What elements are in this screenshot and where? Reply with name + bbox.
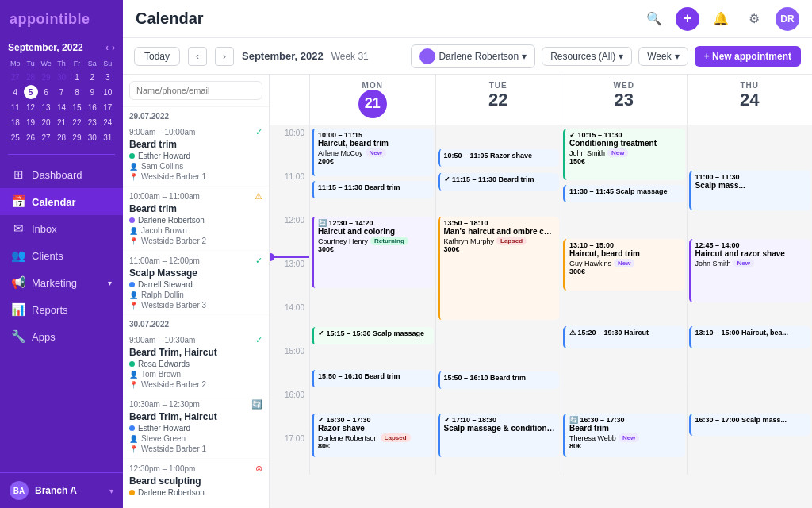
next-week-button[interactable]: › (215, 47, 234, 66)
calendar-appointment[interactable]: 13:10 – 15:00 Haircut, bea... (689, 326, 811, 348)
notifications-button[interactable]: 🔔 (709, 7, 733, 31)
cal-day[interactable]: 23 (85, 115, 99, 129)
cal-day[interactable]: 12 (24, 100, 38, 114)
cal-day[interactable]: 16 (85, 100, 99, 114)
appt-service: Beard Trim, Haircut (129, 411, 262, 422)
cal-day[interactable]: 25 (8, 130, 22, 144)
sidebar-item-inbox[interactable]: ✉ Inbox (0, 215, 123, 242)
sidebar-item-label: Marketing (32, 277, 77, 289)
list-item[interactable]: 11:00am – 12:00pm ✓ Scalp Massage Darrel… (123, 251, 269, 315)
list-item[interactable]: 10:30am – 12:30pm 🔄 Beard Trim, Haircut … (123, 394, 269, 459)
cal-day[interactable]: 26 (24, 130, 38, 144)
new-appointment-button[interactable]: + New appointment (695, 46, 801, 67)
cal-day[interactable]: 20 (39, 115, 53, 129)
appt-time: 10:00am – 11:00am ⚠ (129, 191, 262, 202)
settings-button[interactable]: ⚙ (742, 7, 766, 31)
cal-day[interactable]: 4 (8, 85, 22, 99)
sidebar-item-marketing[interactable]: 📢 Marketing ▾ (0, 269, 123, 296)
calendar-appointment[interactable]: ⚠ 15:20 – 19:30 Haircut (563, 326, 685, 348)
calendar-appointment[interactable]: 11:15 – 11:30 Beard trim (312, 181, 434, 198)
time-slot: 11:00 (270, 169, 309, 213)
sidebar-item-dashboard[interactable]: ⊞ Dashboard (0, 161, 123, 188)
chevron-down-icon: ▾ (619, 51, 623, 62)
day-header-tue: TUE 22 (435, 75, 561, 125)
list-item[interactable]: 9:00am – 10:00am ✓ Beard trim Esther How… (123, 122, 269, 187)
user-avatar[interactable]: DR (776, 7, 799, 31)
cal-day[interactable]: 29 (70, 130, 84, 144)
calendar-appointment[interactable]: 10:00 – 11:15 Haircut, beard trim Arlene… (312, 129, 434, 176)
cal-day[interactable]: 2 (85, 70, 99, 84)
add-button[interactable]: + (676, 7, 699, 31)
cal-day[interactable]: 17 (101, 100, 115, 114)
view-selector[interactable]: Week ▾ (638, 47, 688, 66)
cal-day[interactable]: 30 (54, 70, 68, 84)
calendar-appointment[interactable]: 🔄 16:30 – 17:30 Beard trim Theresa Webb … (563, 414, 685, 457)
cal-day[interactable]: 22 (70, 115, 84, 129)
list-item[interactable]: 12:30pm – 1:00pm ⊗ Beard sculpting Darle… (123, 459, 269, 502)
cal-day[interactable]: 8 (70, 85, 84, 99)
calendar-appointment[interactable]: ✓ 16:30 – 17:30 Razor shave Darlene Robe… (312, 414, 434, 457)
sidebar-item-label: Reports (32, 304, 68, 316)
cal-day[interactable]: 19 (24, 115, 38, 129)
appt-barber: 👤 Steve Green (129, 434, 262, 443)
cal-day[interactable]: 28 (54, 130, 68, 144)
cal-day[interactable]: 27 (8, 70, 22, 84)
calendar-appointment[interactable]: 13:50 – 18:10 Man's haircut and ombre co… (438, 217, 560, 320)
cal-day[interactable]: 21 (54, 115, 68, 129)
mini-cal-next[interactable]: › (112, 42, 115, 53)
cal-day[interactable]: 1 (70, 70, 84, 84)
chevron-down-icon: ▾ (108, 279, 112, 287)
search-button[interactable]: 🔍 (642, 7, 666, 31)
sidebar-item-reports[interactable]: 📊 Reports (0, 296, 123, 323)
calendar-appointment[interactable]: 15:50 – 16:10 Beard trim (438, 371, 560, 389)
prev-week-button[interactable]: ‹ (188, 47, 207, 66)
cal-day[interactable]: 13 (39, 100, 53, 114)
cal-day[interactable]: 3 (101, 70, 115, 84)
resource-filter[interactable]: Resources (All) ▾ (542, 47, 632, 66)
calendar-appointment[interactable]: ✓ 17:10 – 18:30 Scalp massage & conditio… (438, 414, 560, 457)
calendar-appointment[interactable]: 🔄 12:30 – 14:20 Haircut and coloring Cou… (312, 217, 434, 288)
sidebar-item-clients[interactable]: 👥 Clients (0, 242, 123, 269)
calendar-appointment[interactable]: 10:50 – 11:05 Razor shave (438, 149, 560, 167)
status-dot (129, 490, 135, 495)
cal-day[interactable]: 9 (85, 85, 99, 99)
calendar-appointment[interactable]: 11:00 – 11:30 Scalp mass... (689, 171, 811, 210)
cal-grid-scroll: MON 21 TUE 22 WED 23 THU 24 (270, 75, 812, 475)
calendar-appointment[interactable]: ✓ 15:15 – 15:30 Scalp massage (312, 327, 434, 344)
cal-day[interactable]: 15 (70, 100, 84, 114)
calendar-appointment[interactable]: ✓ 11:15 – 11:30 Beard trim (438, 173, 560, 190)
branch-selector[interactable]: BA Branch A ▾ (0, 472, 123, 508)
calendar-appointment[interactable]: 15:50 – 16:10 Beard trim (312, 370, 434, 387)
cal-day[interactable]: 14 (54, 100, 68, 114)
calendar-appointment[interactable]: 12:45 – 14:00 Haircut and razor shave Jo… (689, 239, 811, 302)
cal-day[interactable]: 6 (39, 85, 53, 99)
mini-cal-prev[interactable]: ‹ (105, 42, 109, 53)
cal-day[interactable]: 10 (101, 85, 115, 99)
list-item[interactable]: 10:00am – 11:00am ⚠ Beard trim Darlene R… (123, 187, 269, 251)
today-button[interactable]: Today (134, 47, 180, 66)
user-filter[interactable]: Darlene Robertson ▾ (411, 44, 535, 68)
cal-day[interactable]: 31 (101, 130, 115, 144)
sidebar-item-apps[interactable]: 🔧 Apps (0, 323, 123, 350)
sidebar-item-calendar[interactable]: 📅 Calendar (0, 188, 123, 215)
cal-day-today[interactable]: 5 (24, 85, 38, 99)
appt-time: 9:00am – 10:00am ✓ (129, 127, 262, 137)
mini-cal-nav[interactable]: ‹ › (105, 42, 115, 53)
cal-day[interactable]: 7 (54, 85, 68, 99)
cal-day[interactable]: 18 (8, 115, 22, 129)
cal-day[interactable]: 29 (39, 70, 53, 84)
cal-day[interactable]: 27 (39, 130, 53, 144)
appt-service: Beard sculpting (129, 475, 262, 487)
list-item[interactable]: 9:00am – 10:30am ✓ Beard Trim, Haircut R… (123, 330, 269, 394)
cal-day[interactable]: 11 (8, 100, 22, 114)
calendar-appointment[interactable]: ✓ 10:15 – 11:30 Conditioning treatment J… (563, 129, 685, 180)
mini-cal-month: September, 2022 (8, 42, 83, 53)
cal-day[interactable]: 30 (85, 130, 99, 144)
search-input[interactable] (129, 81, 262, 100)
cal-day[interactable]: 24 (101, 115, 115, 129)
calendar-appointment[interactable]: 13:10 – 15:00 Haircut, beard trim Guy Ha… (563, 239, 685, 291)
calendar-appointment[interactable]: 16:30 – 17:00 Scalp mass... (689, 414, 811, 436)
calendar-appointment[interactable]: 11:30 – 11:45 Scalp massage (563, 185, 685, 202)
cal-day[interactable]: 28 (24, 70, 38, 84)
time-slot: 17:00 (270, 431, 309, 475)
